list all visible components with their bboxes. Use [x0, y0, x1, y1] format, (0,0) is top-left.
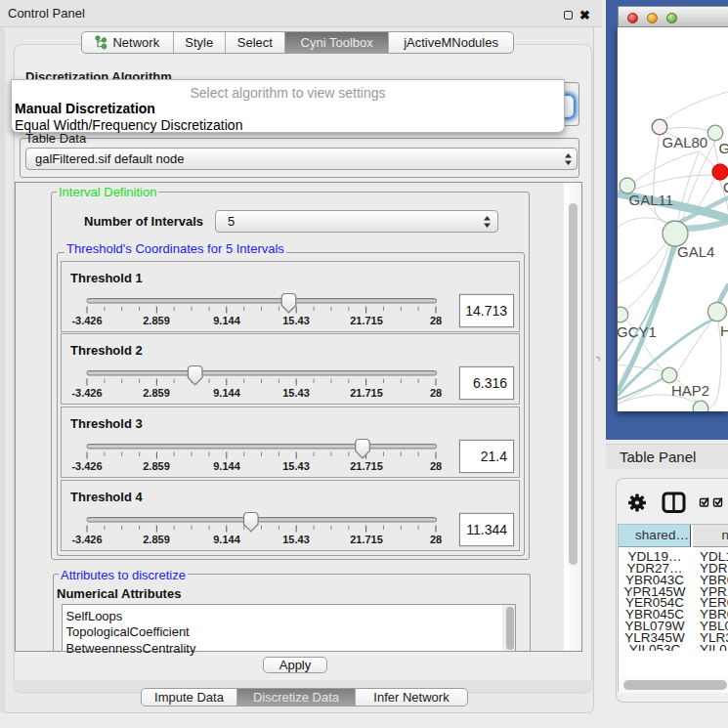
svg-text:GAL80: GAL80: [663, 134, 708, 150]
svg-text:GAL11: GAL11: [629, 192, 674, 208]
svg-text:GAL4: GAL4: [677, 243, 714, 260]
svg-text:HAP2: HAP2: [671, 382, 709, 399]
svg-text:GCY1: GCY1: [618, 323, 657, 340]
svg-text:H: H: [720, 322, 728, 339]
svg-text:GA: GA: [719, 140, 728, 156]
svg-text:C: C: [723, 179, 728, 195]
